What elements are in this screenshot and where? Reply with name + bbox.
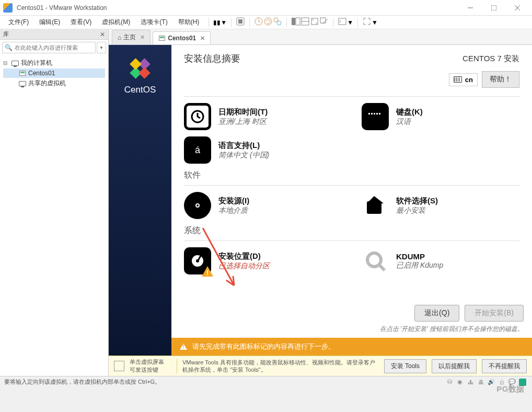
status-message: 要将输入定向到该虚拟机，请在虚拟机内部单击或按 Ctrl+G。	[4, 378, 444, 386]
titlebar: Centos01 - VMware Workstation	[0, 0, 532, 16]
console-icon[interactable]	[338, 17, 347, 28]
minimize-button[interactable]	[458, 1, 482, 15]
status-harddisk-icon[interactable]: ⛁	[445, 378, 454, 386]
tree-shared-vms[interactable]: 共享的虚拟机	[3, 78, 105, 89]
keyboard-icon	[362, 103, 389, 130]
dropdown-icon[interactable]: ▼	[372, 19, 378, 26]
library-header: 库 ✕	[0, 29, 108, 40]
item-label: 语言支持(L)	[218, 141, 269, 151]
item-label: 日期和时间(T)	[218, 107, 268, 117]
kdump-icon	[362, 247, 389, 274]
tree-root-mycomputer[interactable]: ⊟ 我的计算机	[3, 58, 105, 68]
never-remind-button[interactable]: 不再提醒我	[482, 359, 527, 373]
search-input-wrap[interactable]: 🔍	[2, 42, 96, 53]
library-tree: ⊟ 我的计算机 Centos01 共享的虚拟机	[0, 55, 108, 91]
menu-view[interactable]: 查看(V)	[65, 16, 97, 29]
library-label: 库	[3, 30, 100, 38]
tab-label: Centos01	[168, 35, 196, 42]
tab-close-icon[interactable]: ✕	[200, 35, 205, 42]
item-label: 安装源(I)	[218, 196, 249, 206]
menu-edit[interactable]: 编辑(E)	[34, 16, 65, 29]
vm-screen-icon	[114, 361, 124, 371]
menu-help[interactable]: 帮助(H)	[173, 16, 205, 29]
status-sound-icon[interactable]: 🔊	[487, 378, 495, 386]
begin-install-button[interactable]: 开始安装(B)	[465, 305, 524, 322]
tools-description: VMware Tools 具有很多功能，能改善鼠标移动性、视频和性能。请登录客户…	[182, 359, 379, 374]
separator	[209, 18, 209, 27]
svg-rect-26	[374, 113, 375, 115]
close-library-icon[interactable]: ✕	[100, 31, 105, 38]
summary-title: 安装信息摘要	[184, 52, 462, 65]
remind-later-button[interactable]: 以后提醒我	[432, 359, 477, 373]
vmware-app-icon	[3, 3, 13, 13]
fullscreen-icon[interactable]	[362, 17, 372, 28]
svg-rect-17	[339, 18, 346, 25]
separator	[333, 18, 333, 27]
vmware-tools-bar: 单击虚拟屏幕 可发送按键 VMware Tools 具有很多功能，能改善鼠标移动…	[109, 356, 532, 376]
spoke-install-source[interactable]: 安装源(I)本地介质	[184, 192, 330, 219]
spoke-software-selection[interactable]: 软件选择(S)最小安装	[362, 192, 508, 219]
keyboard-layout-indicator[interactable]: cn	[449, 73, 478, 86]
send-ctrl-alt-del-icon[interactable]	[236, 17, 245, 28]
revert-snapshot-icon[interactable]	[263, 17, 273, 28]
tab-close-icon[interactable]: ✕	[140, 34, 145, 41]
tree-label: Centos01	[28, 70, 55, 77]
item-sub: 汉语	[396, 117, 423, 127]
home-icon: ⌂	[118, 34, 121, 41]
spoke-keyboard[interactable]: 键盘(K)汉语	[362, 103, 508, 130]
help-button[interactable]: 帮助！	[482, 71, 519, 88]
svg-rect-21	[138, 67, 151, 79]
spoke-datetime[interactable]: 日期和时间(T)亚洲/上海 时区	[184, 103, 330, 130]
item-label: 键盘(K)	[396, 107, 423, 117]
unity-icon[interactable]	[319, 17, 329, 28]
dropdown-icon[interactable]: ▼	[221, 19, 227, 26]
tab-centos01[interactable]: Centos01 ✕	[153, 31, 211, 44]
status-cd-icon[interactable]: ◉	[456, 378, 464, 386]
separator	[231, 18, 232, 27]
menu-vm[interactable]: 虚拟机(M)	[97, 16, 135, 29]
item-label: KDUMP	[396, 252, 443, 261]
item-sub: 最小安装	[396, 206, 438, 215]
svg-rect-5	[238, 19, 242, 24]
spoke-language[interactable]: á 语言支持(L)简体中文 (中国)	[184, 136, 330, 164]
snapshot-icon[interactable]	[254, 17, 263, 28]
quit-button[interactable]: 退出(Q)	[414, 305, 459, 322]
language-icon: á	[184, 136, 211, 164]
status-message-icon[interactable]: 💬	[508, 378, 516, 386]
show-library-icon[interactable]	[291, 17, 300, 28]
search-icon: 🔍	[5, 44, 13, 51]
spoke-kdump[interactable]: KDUMP已启用 Kdump	[362, 247, 508, 274]
status-printer-icon[interactable]: 🖶	[477, 378, 485, 386]
thumbnail-icon[interactable]	[300, 17, 310, 28]
installer-header-right: CENTOS 7 安装	[462, 54, 519, 64]
warning-text: 请先完成带有此图标标记的内容再进行下一步。	[192, 342, 335, 351]
svg-rect-28	[379, 113, 380, 115]
manage-snapshot-icon[interactable]	[273, 17, 282, 28]
tree-label: 我的计算机	[21, 59, 52, 67]
search-dropdown[interactable]: ▼	[97, 42, 106, 53]
anaconda-installer: 安装信息摘要 CENTOS 7 安装 cn 帮助！	[171, 45, 532, 356]
window-title: Centos01 - VMware Workstation	[17, 4, 458, 12]
centos-brand: CentOS	[124, 85, 156, 95]
status-usb-icon[interactable]: ⎙	[498, 378, 506, 386]
status-network-icon[interactable]: 🖧	[466, 378, 475, 386]
menu-tabs[interactable]: 选项卡(T)	[135, 16, 172, 29]
tree-label: 共享的虚拟机	[28, 79, 66, 88]
pause-button[interactable]: ▮▮	[213, 19, 221, 26]
menu-file[interactable]: 文件(F)	[3, 16, 34, 29]
library-search-input[interactable]	[15, 44, 93, 51]
close-window-button[interactable]	[505, 1, 529, 15]
svg-line-45	[379, 265, 385, 270]
dropdown-icon[interactable]: ▼	[347, 19, 353, 26]
install-hint: 在点击 '开始安装' 按钮前我们并不会操作您的磁盘。	[380, 325, 524, 334]
install-tools-button[interactable]: 安装 Tools	[384, 359, 426, 373]
stretch-icon[interactable]	[310, 17, 319, 28]
vm-console[interactable]: CentOS 安装信息摘要 CENTOS 7 安装 cn	[109, 45, 532, 376]
tree-vm-centos01[interactable]: Centos01	[3, 68, 105, 78]
annotation-arrow	[198, 228, 245, 297]
maximize-button[interactable]	[482, 1, 505, 15]
status-display-icon[interactable]	[518, 378, 527, 386]
item-label: 软件选择(S)	[396, 196, 438, 206]
tab-home[interactable]: ⌂ 主页 ✕	[112, 30, 151, 44]
svg-rect-10	[292, 18, 295, 25]
